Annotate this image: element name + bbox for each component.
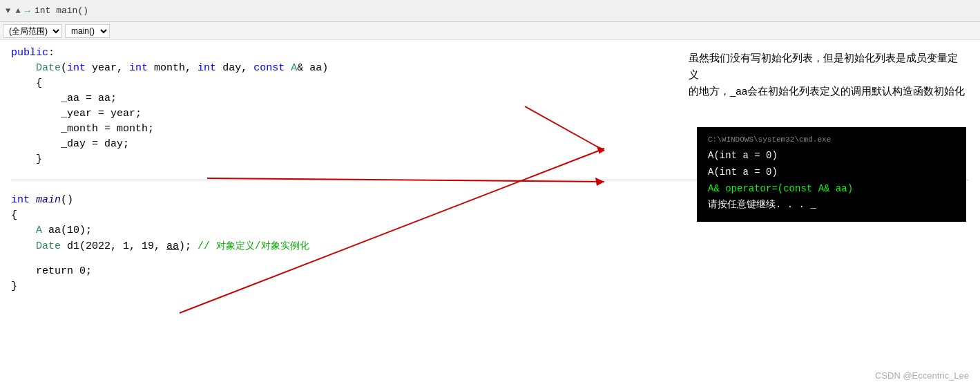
code-line-a-aa: A aa(10); <box>0 223 980 238</box>
toolbar-title: int main() <box>35 6 88 16</box>
func-select[interactable]: main() <box>65 24 110 38</box>
code-line-return: return 0; <box>0 264 980 279</box>
breadcrumb-bar: (全局范围) main() <box>0 22 980 40</box>
console-line-2: A(int a = 0) <box>708 164 955 181</box>
console-box: C:\WINDOWS\system32\cmd.exe A(int a = 0)… <box>697 127 966 222</box>
empty-line3 <box>0 254 980 264</box>
csdn-watermark: CSDN @Eccentric_Lee <box>875 370 969 381</box>
console-line-1: A(int a = 0) <box>708 148 955 164</box>
toolbar-green-arrow: → <box>25 6 30 17</box>
main-area: public: Date(int year, int month, int da… <box>0 40 980 389</box>
type-date: Date <box>36 61 61 76</box>
annotation-text: 虽然我们没有写初始化列表，但是初始化列表是成员变量定义 的地方，_aa会在初始化… <box>683 47 973 102</box>
annotation-box: 虽然我们没有写初始化列表，但是初始化列表是成员变量定义 的地方，_aa会在初始化… <box>683 47 973 102</box>
code-line-date-d1: Date d1(2022, 1, 19, aa); // 对象定义/对象实例化 <box>0 238 980 254</box>
code-line-close-brace2: } <box>0 279 980 294</box>
console-title: C:\WINDOWS\system32\cmd.exe <box>708 135 955 144</box>
toolbar: ▼ ▲ → int main() <box>0 0 980 22</box>
console-line-3: A& operator=(const A& aa) <box>708 181 955 198</box>
scope-select[interactable]: (全局范围) <box>3 24 62 38</box>
console-line-4: 请按任意键继续. . . _ <box>708 197 955 214</box>
code-line-year-assign: _year = year; <box>0 106 980 122</box>
toolbar-arrows: ▼ ▲ <box>6 6 21 16</box>
keyword-public: public <box>11 46 48 61</box>
